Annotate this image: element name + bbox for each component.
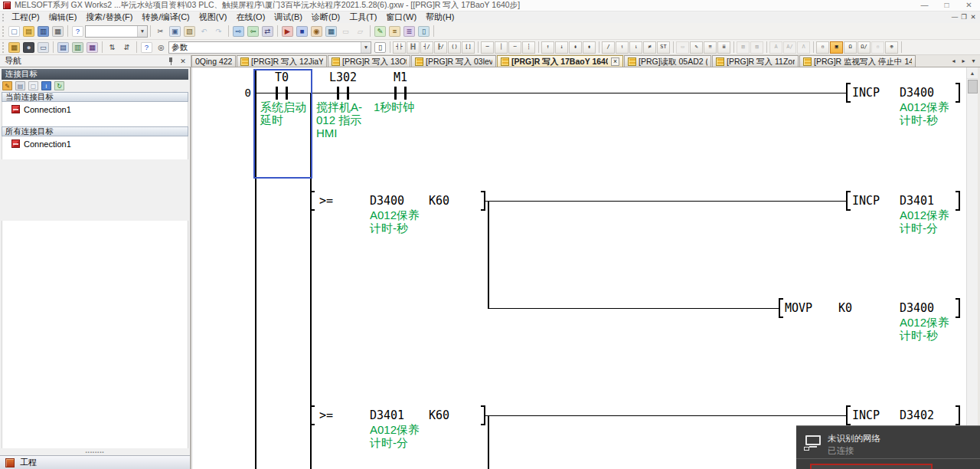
vertical-line-button[interactable]: │ xyxy=(495,41,508,54)
parallel-open-contact-button[interactable]: ╟╢ xyxy=(407,41,420,54)
paste-button[interactable]: ▧ xyxy=(182,24,197,38)
device-comment-edit-button[interactable]: ✎ xyxy=(373,24,387,38)
scroll-up-button[interactable]: ▲ xyxy=(967,67,978,79)
delete-vertical-line-button[interactable]: ┆ xyxy=(522,41,535,54)
parallel-rising-pulse-button[interactable]: ⇞ xyxy=(569,41,582,54)
menu-item-7[interactable]: 诊断(D) xyxy=(307,11,345,23)
help-button[interactable]: ? xyxy=(70,24,85,38)
menu-item-9[interactable]: 窗口(W) xyxy=(381,11,421,23)
sidebar-tab-project[interactable]: 工程 xyxy=(0,455,190,469)
operand-D3400[interactable]: D3400 xyxy=(900,302,934,314)
label-edit-button[interactable]: ▯ xyxy=(416,24,431,38)
application-instruction-button[interactable]: [] xyxy=(462,41,475,54)
menu-item-10[interactable]: 帮助(H) xyxy=(421,11,459,23)
tab-list-button[interactable]: ▾ xyxy=(969,57,978,64)
save-project-button[interactable]: ▥ xyxy=(36,24,51,38)
stop-monitor-button[interactable]: ■ xyxy=(295,24,309,38)
declaration-button[interactable]: ≣ xyxy=(717,41,730,54)
open-project-button[interactable]: ▤ xyxy=(21,24,36,38)
sort-dropdown-button[interactable]: ⇅ xyxy=(105,40,119,54)
instruction-MOVP[interactable]: MOVP xyxy=(785,302,812,314)
write-mode-button[interactable]: ▣ xyxy=(830,41,843,54)
find-target-combo-dropdown-icon[interactable]: ▼ xyxy=(361,42,371,53)
monitor-mode-2-button[interactable]: Ω xyxy=(844,41,857,54)
instruction-INCP[interactable]: INCP xyxy=(852,87,880,99)
cross-reference-window-button[interactable]: ▤ xyxy=(56,40,70,54)
operand-D3400[interactable]: D3400 xyxy=(900,87,934,99)
tab-3[interactable]: [PRG]R 写入 03leve 1462步 xyxy=(411,55,496,67)
function-block-window-toggle[interactable]: ● xyxy=(21,40,36,54)
maximize-button[interactable]: □ xyxy=(936,0,958,11)
inline-st-button[interactable]: ST xyxy=(657,41,670,54)
compare-device-D3401[interactable]: D3401 xyxy=(370,409,404,421)
device-batch-monitor-button[interactable]: ▦ xyxy=(324,24,338,38)
statement-button[interactable]: ✎ xyxy=(690,41,703,54)
parallel-falling-pulse-button[interactable]: ⇟ xyxy=(583,41,596,54)
find-target-combo[interactable]: 参数▼ xyxy=(168,41,371,54)
device-list-window-button[interactable]: ▥ xyxy=(70,40,85,54)
rising-pulse-button[interactable]: ↑ xyxy=(541,41,554,54)
child-minimize-button[interactable]: — xyxy=(950,11,959,23)
operand-D3402[interactable]: D3402 xyxy=(900,409,934,421)
menu-item-5[interactable]: 在线(O) xyxy=(231,11,270,23)
write-to-plc-button[interactable]: ⇨ xyxy=(231,24,246,38)
copy-button[interactable]: ▣ xyxy=(168,24,182,38)
new-connection-icon[interactable]: ▢ xyxy=(28,81,38,90)
connection-info-icon[interactable]: i xyxy=(41,81,51,90)
connection-item[interactable]: Connection1 xyxy=(2,103,188,115)
compare-operator[interactable]: >= xyxy=(319,195,333,207)
navigation-close-icon[interactable]: ✕ xyxy=(178,57,188,65)
contact-device-L302[interactable]: L302 xyxy=(329,71,357,84)
compare-device-D3400[interactable]: D3400 xyxy=(370,195,404,207)
note-edit-button[interactable]: ≣ xyxy=(402,24,416,38)
vertical-scrollbar[interactable]: ▲ xyxy=(966,67,978,469)
instruction-INCP[interactable]: INCP xyxy=(852,195,880,207)
invert-result-button[interactable]: ≠ xyxy=(643,41,656,54)
closed-contact-button[interactable]: ┤/ xyxy=(420,41,433,54)
tab-2[interactable]: [PRG]R 写入 13Other 76步 xyxy=(328,55,410,67)
tab-6[interactable]: [PRG]R 写入 11Zonghe 1153步 xyxy=(712,55,799,67)
verify-with-plc-button[interactable]: ⇄ xyxy=(260,24,275,38)
tab-1[interactable]: [PRG]R 写入 12JiaYao 3366步 xyxy=(237,55,327,67)
panel-splitter[interactable]: ▪▪▪▪▪▪▪▪ xyxy=(0,448,190,455)
coil-button[interactable]: () xyxy=(448,41,461,54)
duplicate-connection-icon[interactable]: ▤ xyxy=(15,81,25,90)
parallel-closed-contact-button[interactable]: ╟/ xyxy=(434,41,447,54)
menu-item-3[interactable]: 转换/编译(C) xyxy=(137,11,194,23)
menu-item-4[interactable]: 视图(V) xyxy=(194,11,232,23)
tab-0[interactable]: 0Qing 422步 xyxy=(191,55,236,67)
tab-close-icon[interactable]: × xyxy=(611,57,619,66)
tab-scroll-left-button[interactable]: ◂ xyxy=(949,57,959,64)
compare-operator[interactable]: >= xyxy=(319,409,333,421)
compare-constant-K60[interactable]: K60 xyxy=(429,195,449,207)
read-mode-button[interactable]: ▫ xyxy=(816,41,829,54)
connection-item[interactable]: Connection1 xyxy=(2,138,188,149)
rising-pulse-invert-button[interactable]: ↿ xyxy=(616,41,629,54)
falling-pulse-invert-button[interactable]: ⇂ xyxy=(629,41,642,54)
cut-button[interactable]: ✂ xyxy=(153,24,168,38)
delete-horizontal-line-button[interactable]: ┄ xyxy=(508,41,521,54)
tab-4-active[interactable]: [PRG]R 写入 17BaoY 1640步× xyxy=(497,55,623,67)
monitor-mode-button[interactable]: ◉ xyxy=(309,24,324,38)
network-item-focus-box[interactable] xyxy=(810,464,933,469)
display-target-page-button[interactable]: ▯ xyxy=(373,40,387,54)
output-window-toggle[interactable]: ▭ xyxy=(36,40,51,54)
print-button[interactable]: ▦ xyxy=(51,24,65,38)
compare-constant-K60[interactable]: K60 xyxy=(429,409,449,421)
contact-device-M1[interactable]: M1 xyxy=(394,71,407,84)
close-button[interactable]: ✕ xyxy=(958,0,980,11)
operand-K0[interactable]: K0 xyxy=(838,302,852,314)
falling-pulse-button[interactable]: ↓ xyxy=(555,41,568,54)
window-selector-combo-dropdown-icon[interactable]: ▼ xyxy=(137,26,147,37)
pin-icon[interactable] xyxy=(167,57,175,65)
navigation-window-toggle[interactable]: ▦ xyxy=(7,40,21,54)
instruction-INCP[interactable]: INCP xyxy=(852,409,880,421)
refresh-connection-icon[interactable]: ↻ xyxy=(54,81,64,90)
filter-dropdown-button[interactable]: ⇵ xyxy=(119,40,134,54)
menu-item-1[interactable]: 编辑(E) xyxy=(44,11,82,23)
monitor-write-mode-button[interactable]: Ω∕ xyxy=(858,41,871,54)
start-monitor-button[interactable]: ▶ xyxy=(280,24,295,38)
read-from-plc-button[interactable]: ⇦ xyxy=(246,24,260,38)
invert-operation-button[interactable]: ∕ xyxy=(602,41,615,54)
open-contact-button[interactable]: ┤├ xyxy=(393,41,406,54)
